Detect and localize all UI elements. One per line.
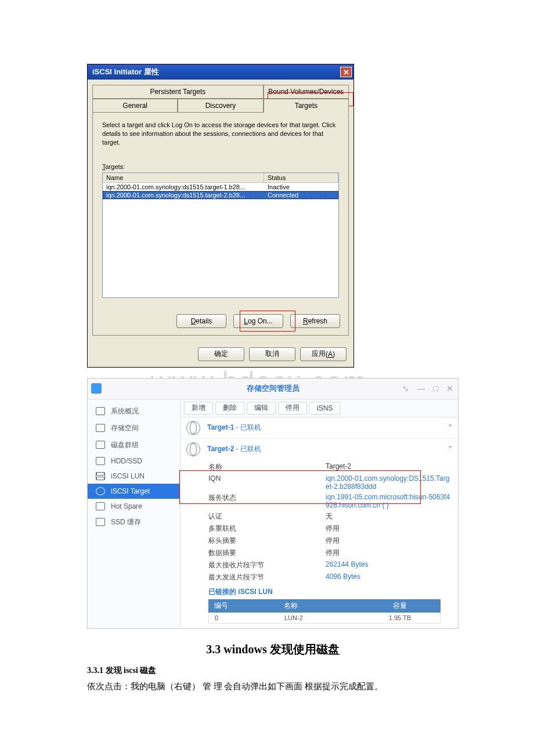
maximize-icon[interactable]: □ xyxy=(434,384,438,393)
minimize-icon[interactable]: — xyxy=(417,384,425,393)
target-item-target2[interactable]: Target-2 - 已联机 ˄ xyxy=(181,438,458,460)
toolbar-edit-button[interactable]: 编辑 xyxy=(247,402,276,415)
toolbar-add-button[interactable]: 新增 xyxy=(184,402,213,415)
target-item-target1[interactable]: Target-1 - 已联机 ˅ xyxy=(181,417,458,438)
col-status[interactable]: Status xyxy=(264,173,338,182)
sidebar-item-label: iSCSI Target xyxy=(111,487,150,495)
toolbar-delete-button[interactable]: 删除 xyxy=(215,402,244,415)
target-row[interactable]: iqn.2000-01.com.synology:ds1515.target-2… xyxy=(103,191,338,199)
hdd-icon xyxy=(96,457,105,465)
chevron-down-icon[interactable]: ˅ xyxy=(448,423,452,433)
refresh-rest: efresh xyxy=(308,317,327,325)
details-button[interactable]: Details xyxy=(176,314,226,328)
close-icon[interactable]: ✕ xyxy=(446,384,453,393)
dialog-action-buttons: Details Log On... Refresh xyxy=(176,314,340,328)
dialog-titlebar: iSCSI Initiator 屋性 ✕ xyxy=(88,64,353,80)
value-header-digest: 停用 xyxy=(326,536,452,546)
targets-intro-text: Select a target and click Log On to acce… xyxy=(102,121,339,147)
value-iqn: iqn.2000-01.com.synology:DS1515.Target-2… xyxy=(326,474,452,491)
toolbar-isns-button[interactable]: iSNS xyxy=(309,402,340,415)
sidebar-item-label: 系统概况 xyxy=(111,406,139,416)
apply-close: ) xyxy=(333,350,335,358)
doc-heading-3-3: 3.3 windows 发现使用磁盘 xyxy=(87,642,459,657)
sidebar-item-label: Hot Spare xyxy=(111,502,142,510)
target-name: iqn.2000-01.com.synology:ds1515.target-1… xyxy=(103,183,264,191)
col-lun-number: 编号 xyxy=(208,599,278,613)
label-name: 名称 xyxy=(208,462,320,472)
value-service-status: iqn.1991-05.com.microsoft:hisun-5063f492… xyxy=(326,493,452,509)
globe-icon xyxy=(96,487,105,495)
tab-targets[interactable]: Targets xyxy=(264,99,349,113)
value-auth: 无 xyxy=(326,512,452,521)
label-max-rx: 最大接收片段字节 xyxy=(208,560,320,570)
lun-number: 0 xyxy=(209,613,279,623)
sidebar-item-ssd-cache[interactable]: SSD 缓存 xyxy=(88,514,180,531)
sidebar-item-hot-spare[interactable]: Hot Spare xyxy=(88,499,180,514)
label-data-digest: 数据摘要 xyxy=(208,548,320,558)
col-name[interactable]: Name xyxy=(103,173,264,182)
cancel-button[interactable]: 取消 xyxy=(249,347,295,361)
overview-icon xyxy=(96,407,105,415)
tab-page-targets: Select a target and click Log On to acce… xyxy=(92,112,349,336)
lun-name: LUN-2 xyxy=(279,613,360,623)
pin-icon[interactable]: ⤡ xyxy=(402,384,409,393)
refresh-accel: R xyxy=(303,317,308,325)
dsm-sidebar: 系统概况 存储空间 磁盘群组 HDD/SSD iSCSI LUN iSCSI T… xyxy=(88,399,181,628)
dsm-storage-manager-window: 存储空间管理员 ⤡ — □ ✕ 系统概况 存储空间 磁盘群组 HDD/SSD i… xyxy=(87,378,459,629)
dsm-titlebar: 存储空间管理员 ⤡ — □ ✕ xyxy=(88,379,458,399)
globe-icon xyxy=(186,421,200,435)
tab-bound-volumes[interactable]: Bound Volumes/Devices xyxy=(264,85,349,99)
dialog-close-button[interactable]: ✕ xyxy=(340,67,352,77)
lun-row[interactable]: 0 LUN-2 1.95 TB xyxy=(208,613,441,624)
label-service-status: 服务状态 xyxy=(208,493,320,509)
doc-heading-3-3-1: 3.3.1 发现 iscsi 磁盘 xyxy=(87,665,459,676)
tab-persistent-targets[interactable]: Persistent Targets xyxy=(92,85,264,99)
sidebar-item-label: 磁盘群组 xyxy=(111,440,139,450)
chevron-up-icon[interactable]: ˄ xyxy=(448,445,452,454)
label-auth: 认证 xyxy=(208,512,320,521)
targets-listview[interactable]: Name Status iqn.2000-01.com.synology:ds1… xyxy=(102,172,339,298)
logon-button[interactable]: Log On... xyxy=(233,314,283,328)
logon-rest: og On... xyxy=(248,317,273,325)
linked-lun-header: 已链接的 iSCSI LUN xyxy=(208,584,452,599)
dialog-bottom-buttons: 确定 取消 应用(A) xyxy=(88,343,353,367)
col-lun-name: 名称 xyxy=(278,599,359,613)
label-max-tx: 最大发送片段字节 xyxy=(208,573,320,582)
ok-button[interactable]: 确定 xyxy=(198,347,244,361)
toolbar-disable-button[interactable]: 停用 xyxy=(278,402,307,415)
value-data-digest: 停用 xyxy=(326,548,452,558)
label-multi: 多重联机 xyxy=(208,524,320,534)
disk-group-icon xyxy=(96,441,105,449)
tab-discovery[interactable]: Discovery xyxy=(178,99,263,113)
lun-icon xyxy=(96,472,105,480)
sidebar-item-label: SSD 缓存 xyxy=(111,517,141,527)
sidebar-item-label: HDD/SSD xyxy=(111,457,142,465)
sidebar-item-iscsi-target[interactable]: iSCSI Target xyxy=(88,484,180,499)
lun-capacity: 1.95 TB xyxy=(360,613,440,623)
sidebar-item-volume[interactable]: 存储空间 xyxy=(88,420,180,437)
target-row[interactable]: iqn.2000-01.com.synology:ds1515.target-1… xyxy=(103,183,338,191)
targets-list-label: Targets: xyxy=(102,163,339,170)
target-detail-panel: 名称Target-2 IQNiqn.2000-01.com.synology:D… xyxy=(181,460,458,628)
refresh-button[interactable]: Refresh xyxy=(290,314,340,328)
apply-button[interactable]: 应用(A) xyxy=(300,347,347,361)
value-max-rx: 262144 Bytes xyxy=(326,560,452,570)
sidebar-item-disk-group[interactable]: 磁盘群组 xyxy=(88,437,180,453)
linked-lun-table: 编号 名称 容量 0 LUN-2 1.95 TB xyxy=(208,599,441,624)
target-name: Target-2 xyxy=(207,445,234,453)
value-multi: 停用 xyxy=(326,524,452,534)
tabs: Persistent Targets Bound Volumes/Devices… xyxy=(92,84,349,112)
details-rest: etails xyxy=(196,317,212,325)
sidebar-item-overview[interactable]: 系统概况 xyxy=(88,403,180,420)
sidebar-item-iscsi-lun[interactable]: iSCSI LUN xyxy=(88,469,180,484)
dsm-toolbar: 新增 删除 编辑 停用 iSNS xyxy=(181,399,458,417)
target-status: 已联机 xyxy=(240,445,261,453)
value-name: Target-2 xyxy=(326,462,452,472)
apply-text: 应用 xyxy=(312,349,326,359)
label-header-digest: 标头摘要 xyxy=(208,536,320,546)
sidebar-item-label: 存储空间 xyxy=(111,423,139,433)
globe-icon xyxy=(186,442,200,456)
tab-general[interactable]: General xyxy=(92,99,178,113)
sidebar-item-hdd-ssd[interactable]: HDD/SSD xyxy=(88,453,180,469)
value-max-tx: 4096 Bytes xyxy=(326,573,452,582)
